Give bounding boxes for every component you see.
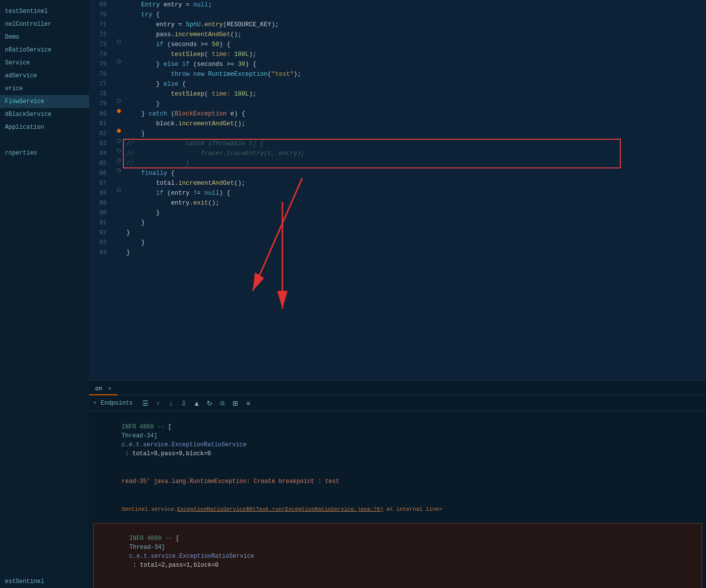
- line-number: 93: [89, 238, 114, 248]
- log-line-h1: INFO 4860 -- [ Thread-34] c.e.t.service.…: [94, 525, 702, 579]
- breakpoint-indicator: [117, 139, 121, 143]
- breakpoint-active: [117, 109, 121, 113]
- line-gutter: [114, 168, 124, 172]
- line-number: 72: [89, 30, 114, 40]
- code-line-77: 77 } else {: [89, 79, 706, 89]
- log-line-error2: Sentinel.service.ExceptionRatioService$R…: [93, 495, 702, 523]
- sidebar-item-dblackservice[interactable]: dBlackService: [0, 108, 89, 121]
- sidebar-item-flowservice[interactable]: FlowService: [0, 95, 89, 108]
- line-number: 73: [89, 40, 114, 50]
- line-content: if (seconds >= 50) {: [124, 40, 706, 50]
- code-line-86: 86 finally {: [89, 168, 706, 178]
- sidebar-label: Demo: [5, 34, 19, 41]
- line-content: entry.exit();: [124, 198, 706, 208]
- line-number: 80: [89, 109, 114, 119]
- main-content: 69 Entry entry = null; 70 try { 71 entry…: [89, 0, 706, 588]
- grid-button[interactable]: ⊞: [231, 399, 240, 408]
- breakpoint-indicator: [117, 40, 121, 44]
- refresh-button[interactable]: ↻: [205, 399, 214, 408]
- sidebar-item-testsentinel[interactable]: testSentinel: [0, 5, 89, 18]
- list-button[interactable]: ≡: [244, 399, 253, 408]
- upload-button[interactable]: ↑: [154, 399, 163, 408]
- code-line-82: 82 }: [89, 129, 706, 139]
- sidebar: testSentinel nelController Demo nRatioSe…: [0, 0, 89, 588]
- code-line-88: 88 if (entry != null) {: [89, 188, 706, 198]
- code-line-80: 80 } catch (BlockException e) {: [89, 109, 706, 119]
- line-content: // Tracer.traceEntry(t, entry);: [124, 149, 706, 159]
- line-content: }: [124, 129, 706, 139]
- sidebar-item-service[interactable]: Service: [0, 56, 89, 69]
- breakpoint-indicator: [117, 168, 121, 172]
- sidebar-item-nelcontroller[interactable]: nelController: [0, 18, 89, 31]
- menu-button[interactable]: ☰: [141, 399, 150, 408]
- code-line-79: 79 }: [89, 99, 706, 109]
- console-highlighted-block: INFO 4860 -- [ Thread-34] c.e.t.service.…: [93, 523, 702, 588]
- breakpoint-active: [117, 129, 121, 133]
- sidebar-item-demo[interactable]: Demo: [0, 31, 89, 44]
- line-number: 69: [89, 0, 114, 10]
- breakpoint-indicator: [117, 59, 121, 63]
- bottom-panel: on × ⚡ Endpoints ☰ ↑ ↓ ⇩ ▲ ↻ ⛭ ⊞ ≡ INFO …: [89, 380, 706, 588]
- code-line-94: 94 }: [89, 248, 706, 258]
- log-line-h2: INFO 4860 -- [ Thread-34] c.e.t.service.…: [94, 579, 702, 588]
- download-out-button[interactable]: ⇩: [179, 399, 188, 408]
- sidebar-label: Service: [5, 59, 30, 66]
- line-number: 87: [89, 178, 114, 188]
- sidebar-label: Application: [5, 124, 44, 131]
- sidebar-label: FlowService: [5, 98, 44, 105]
- sidebar-item-adservice[interactable]: adService: [0, 69, 89, 82]
- code-line-85: 85 // }: [89, 159, 706, 168]
- line-number: 78: [89, 89, 114, 99]
- code-lines: 69 Entry entry = null; 70 try { 71 entry…: [89, 0, 706, 258]
- up-button[interactable]: ▲: [192, 399, 201, 408]
- line-number: 86: [89, 168, 114, 178]
- line-number: 70: [89, 10, 114, 20]
- console-output[interactable]: INFO 4860 -- [ Thread-34] c.e.t.service.…: [89, 411, 706, 588]
- sidebar-item-properties[interactable]: roperties: [0, 147, 89, 160]
- debug-button[interactable]: ⛭: [218, 399, 227, 408]
- sidebar-item-estsentinel2[interactable]: estSentinel: [0, 575, 89, 588]
- line-number: 76: [89, 69, 114, 79]
- code-line-76: 76 throw new RuntimeException("test");: [89, 69, 706, 79]
- download-in-button[interactable]: ↓: [166, 399, 175, 408]
- sidebar-item-application[interactable]: Application: [0, 121, 89, 134]
- sidebar-item-spacer1: [0, 134, 89, 147]
- line-number: 94: [89, 248, 114, 258]
- line-content: testSleep( time: 100L);: [124, 89, 706, 99]
- line-content: finally {: [124, 168, 706, 178]
- line-number: 92: [89, 228, 114, 238]
- code-editor[interactable]: 69 Entry entry = null; 70 try { 71 entry…: [89, 0, 706, 380]
- sidebar-label: estSentinel: [5, 578, 44, 585]
- line-content: total.incrementAndGet();: [124, 178, 706, 188]
- log-line-error1: read-35' java.lang.RuntimeException: Cre…: [93, 468, 702, 495]
- line-number: 85: [89, 159, 114, 168]
- sidebar-label: testSentinel: [5, 8, 48, 15]
- close-tab-icon[interactable]: ×: [109, 386, 111, 392]
- line-content: }: [124, 208, 706, 218]
- code-line-73: 73 if (seconds >= 50) {: [89, 40, 706, 50]
- line-number: 71: [89, 20, 114, 30]
- panel-tab-on[interactable]: on ×: [89, 383, 117, 395]
- sidebar-item-vrice[interactable]: vrice: [0, 82, 89, 95]
- log-line-1: INFO 4860 -- [ Thread-34] c.e.t.service.…: [93, 413, 702, 468]
- line-number: 91: [89, 218, 114, 228]
- breakpoint-indicator: [117, 99, 121, 103]
- line-gutter: [114, 149, 124, 153]
- line-number: 77: [89, 79, 114, 89]
- line-gutter: [114, 159, 124, 162]
- panel-tab-label: on: [95, 385, 102, 392]
- line-number: 90: [89, 208, 114, 218]
- sidebar-label: roperties: [5, 150, 37, 157]
- line-gutter: [114, 129, 124, 133]
- code-line-89: 89 entry.exit();: [89, 198, 706, 208]
- line-content: testSleep( time: 100L);: [124, 50, 706, 59]
- sidebar-item-nratioservice[interactable]: nRatioService: [0, 44, 89, 56]
- line-number: 83: [89, 139, 114, 149]
- code-line-83: 83 // catch (Throwable t) {: [89, 139, 706, 149]
- line-gutter: [114, 109, 124, 113]
- breakpoint-indicator: [117, 188, 121, 192]
- line-number: 79: [89, 99, 114, 109]
- line-content: } catch (BlockException e) {: [124, 109, 706, 119]
- line-content: }: [124, 228, 706, 238]
- endpoints-icon: ⚡: [93, 399, 97, 407]
